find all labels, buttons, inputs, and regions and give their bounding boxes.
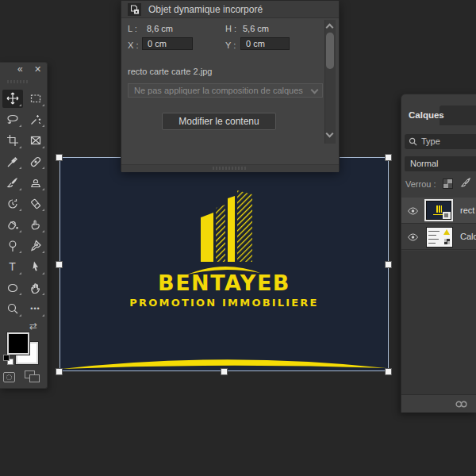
width-label: L : xyxy=(128,24,137,33)
pen-icon xyxy=(29,240,42,252)
quick-mask-icon xyxy=(6,374,12,380)
layer-row-calque[interactable]: Calq xyxy=(401,224,476,250)
collapse-panel-icon[interactable]: « xyxy=(17,63,23,75)
hand-tool[interactable] xyxy=(25,278,46,297)
visibility-eye-icon[interactable] xyxy=(407,233,419,241)
visibility-eye-icon[interactable] xyxy=(407,207,419,215)
bentayeb-buildings-logo-icon xyxy=(176,185,271,278)
y-label: Y : xyxy=(225,40,236,50)
magnifier-icon xyxy=(6,302,19,315)
lock-transparency-icon[interactable] xyxy=(443,178,453,189)
quick-mask-button[interactable] xyxy=(3,372,15,382)
eraser-tool[interactable] xyxy=(25,194,46,213)
layer-row-recto[interactable]: rect xyxy=(401,198,476,224)
ellipse-icon xyxy=(6,282,19,294)
rectangular-marquee-tool[interactable] xyxy=(25,90,46,108)
transform-handle-top-right[interactable] xyxy=(385,154,392,161)
healing-brush-tool[interactable] xyxy=(25,152,46,171)
layers-panel: Calques Type Normal Verrou : xyxy=(401,94,476,413)
transform-handle-top-left[interactable] xyxy=(56,154,63,161)
path-selection-tool[interactable] xyxy=(25,258,46,276)
screen-mode-button[interactable] xyxy=(25,370,40,383)
photoshop-workspace: { "smart_object_panel": { "title": "Obje… xyxy=(0,0,476,476)
magic-wand-tool[interactable] xyxy=(25,110,46,129)
transform-handle-mid-left[interactable] xyxy=(56,261,63,268)
lock-options-row: Verrou : xyxy=(401,177,476,193)
transform-handle-bottom-right[interactable] xyxy=(385,368,392,375)
layer-comp-dropdown-value: Ne pas appliquer la composition de calqu… xyxy=(134,86,303,95)
brush-tool[interactable] xyxy=(2,174,23,192)
layer-thumbnail-verso[interactable] xyxy=(426,227,453,248)
foreground-color-swatch[interactable] xyxy=(7,332,29,355)
tools-palette: « ✕ xyxy=(0,62,48,389)
layers-panel-bottom-bar xyxy=(401,394,476,413)
eraser-icon xyxy=(29,198,42,210)
lock-label: Verrou : xyxy=(405,179,436,189)
tool-grid: T ••• xyxy=(1,88,47,320)
frame-icon xyxy=(29,134,42,147)
marquee-icon xyxy=(29,92,42,105)
smart-object-panel-header: Objet dynamique incorporé xyxy=(121,1,339,18)
close-panel-icon[interactable]: ✕ xyxy=(34,64,41,75)
transform-handle-mid-right[interactable] xyxy=(385,261,392,268)
eyedropper-icon xyxy=(6,155,19,168)
frame-tool[interactable] xyxy=(25,132,46,150)
layer-name[interactable]: rect xyxy=(460,205,474,215)
lock-pixels-brush-icon[interactable] xyxy=(460,177,471,190)
layer-comp-dropdown[interactable]: Ne pas appliquer la composition de calqu… xyxy=(128,83,323,98)
layer-filter-field[interactable]: Type xyxy=(405,134,476,149)
link-layers-icon[interactable] xyxy=(455,400,468,409)
clone-stamp-icon xyxy=(29,176,42,189)
move-tool[interactable] xyxy=(2,90,23,108)
ellipse-shape-tool[interactable] xyxy=(2,278,23,297)
crop-icon xyxy=(6,134,19,147)
transform-handle-bottom-left[interactable] xyxy=(56,368,63,375)
transform-handle-bottom-center[interactable] xyxy=(221,368,228,375)
smudge-tool[interactable] xyxy=(25,216,46,234)
eyedropper-tool[interactable] xyxy=(2,152,23,171)
y-position-field[interactable] xyxy=(240,37,290,50)
panel-footer-greeked-text xyxy=(213,167,248,170)
pen-tool[interactable] xyxy=(25,236,46,255)
x-label: X : xyxy=(128,40,138,50)
business-card-canvas[interactable]: BENTAYEB PROMOTION IMMOBILIERE xyxy=(60,157,389,371)
height-value: 5,6 cm xyxy=(243,24,269,33)
smart-object-properties-panel: Objet dynamique incorporé L : 8,6 cm H :… xyxy=(121,0,340,171)
magic-wand-icon xyxy=(29,113,42,126)
zoom-tool[interactable] xyxy=(2,300,23,318)
clone-stamp-tool[interactable] xyxy=(25,174,46,192)
paint-bucket-tool[interactable] xyxy=(2,216,23,234)
lasso-tool[interactable] xyxy=(2,110,23,129)
layer-thumbnail-recto[interactable] xyxy=(424,199,453,221)
panel-scrollbar-thumb[interactable] xyxy=(326,33,334,69)
width-value: 8,6 cm xyxy=(147,24,173,33)
type-tool[interactable]: T xyxy=(2,258,23,276)
swap-colors-icon[interactable]: ⇄ xyxy=(29,321,37,332)
move-icon xyxy=(6,92,19,105)
type-icon: T xyxy=(9,260,16,273)
smart-object-filename: recto carte carte 2.jpg xyxy=(128,67,212,76)
edit-toolbar-button[interactable]: ••• xyxy=(25,300,46,318)
healing-brush-icon xyxy=(29,155,42,168)
history-brush-tool[interactable] xyxy=(2,194,23,213)
hand-icon xyxy=(29,282,42,294)
tab-calques[interactable]: Calques xyxy=(409,110,444,120)
dodge-icon xyxy=(6,240,19,252)
card-tagline: PROMOTION IMMOBILIERE xyxy=(60,297,389,309)
card-brand-name: BENTAYEB xyxy=(60,271,389,295)
smart-object-badge-icon xyxy=(443,212,451,219)
layer-filter-value: Type xyxy=(421,136,440,146)
crop-tool[interactable] xyxy=(2,132,23,150)
panel-footer-strip xyxy=(121,165,339,172)
layer-name[interactable]: Calq xyxy=(460,232,476,241)
smart-object-panel-title: Objet dynamique incorporé xyxy=(148,4,263,15)
edit-content-button[interactable]: Modifier le contenu xyxy=(162,113,276,130)
thumb-logo-triangle xyxy=(443,229,450,235)
smudge-icon xyxy=(29,218,42,231)
selection-arrow-icon xyxy=(29,260,42,273)
default-colors-icon[interactable] xyxy=(3,355,13,365)
height-label: H : xyxy=(225,24,236,33)
dodge-tool[interactable] xyxy=(2,236,23,255)
x-position-field[interactable] xyxy=(142,37,193,50)
blend-mode-dropdown[interactable]: Normal xyxy=(405,156,476,171)
